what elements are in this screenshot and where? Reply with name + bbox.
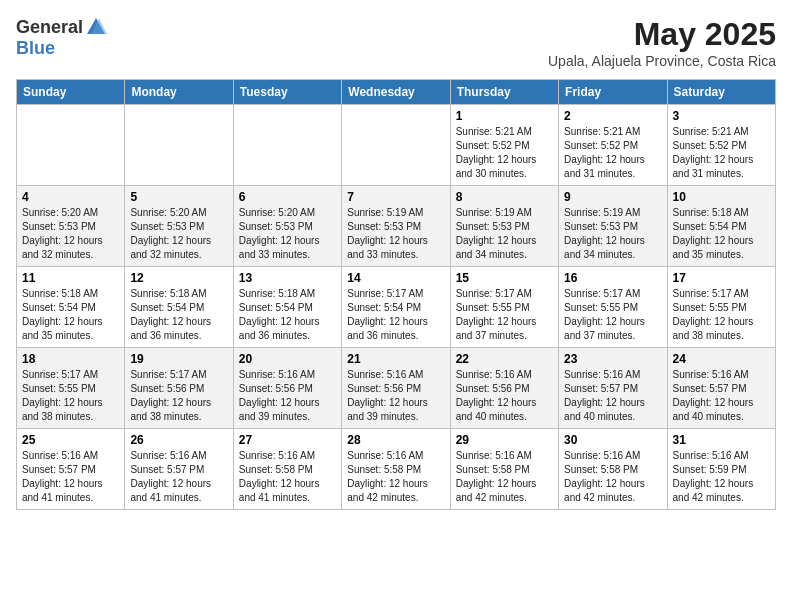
calendar-cell (17, 105, 125, 186)
day-number: 23 (564, 352, 661, 366)
day-info: Sunrise: 5:16 AM Sunset: 5:58 PM Dayligh… (239, 449, 336, 505)
day-info: Sunrise: 5:17 AM Sunset: 5:55 PM Dayligh… (673, 287, 770, 343)
day-info: Sunrise: 5:21 AM Sunset: 5:52 PM Dayligh… (564, 125, 661, 181)
calendar-cell: 4Sunrise: 5:20 AM Sunset: 5:53 PM Daylig… (17, 186, 125, 267)
day-info: Sunrise: 5:16 AM Sunset: 5:58 PM Dayligh… (456, 449, 553, 505)
calendar-cell: 23Sunrise: 5:16 AM Sunset: 5:57 PM Dayli… (559, 348, 667, 429)
day-header-wednesday: Wednesday (342, 80, 450, 105)
calendar-cell: 31Sunrise: 5:16 AM Sunset: 5:59 PM Dayli… (667, 429, 775, 510)
day-info: Sunrise: 5:21 AM Sunset: 5:52 PM Dayligh… (673, 125, 770, 181)
calendar-cell: 8Sunrise: 5:19 AM Sunset: 5:53 PM Daylig… (450, 186, 558, 267)
day-info: Sunrise: 5:20 AM Sunset: 5:53 PM Dayligh… (130, 206, 227, 262)
day-number: 7 (347, 190, 444, 204)
calendar-cell: 30Sunrise: 5:16 AM Sunset: 5:58 PM Dayli… (559, 429, 667, 510)
calendar-cell: 16Sunrise: 5:17 AM Sunset: 5:55 PM Dayli… (559, 267, 667, 348)
calendar-cell: 7Sunrise: 5:19 AM Sunset: 5:53 PM Daylig… (342, 186, 450, 267)
day-number: 28 (347, 433, 444, 447)
day-number: 11 (22, 271, 119, 285)
calendar-body: 1Sunrise: 5:21 AM Sunset: 5:52 PM Daylig… (17, 105, 776, 510)
day-info: Sunrise: 5:18 AM Sunset: 5:54 PM Dayligh… (130, 287, 227, 343)
calendar-cell (233, 105, 341, 186)
logo: General Blue (16, 16, 107, 59)
calendar-week-row: 25Sunrise: 5:16 AM Sunset: 5:57 PM Dayli… (17, 429, 776, 510)
day-info: Sunrise: 5:16 AM Sunset: 5:58 PM Dayligh… (564, 449, 661, 505)
calendar-cell: 6Sunrise: 5:20 AM Sunset: 5:53 PM Daylig… (233, 186, 341, 267)
calendar-cell (125, 105, 233, 186)
calendar-cell: 13Sunrise: 5:18 AM Sunset: 5:54 PM Dayli… (233, 267, 341, 348)
calendar-table: SundayMondayTuesdayWednesdayThursdayFrid… (16, 79, 776, 510)
day-info: Sunrise: 5:18 AM Sunset: 5:54 PM Dayligh… (673, 206, 770, 262)
calendar-cell: 15Sunrise: 5:17 AM Sunset: 5:55 PM Dayli… (450, 267, 558, 348)
calendar-cell: 1Sunrise: 5:21 AM Sunset: 5:52 PM Daylig… (450, 105, 558, 186)
logo-icon (85, 16, 107, 38)
calendar-cell: 10Sunrise: 5:18 AM Sunset: 5:54 PM Dayli… (667, 186, 775, 267)
day-header-sunday: Sunday (17, 80, 125, 105)
calendar-cell: 26Sunrise: 5:16 AM Sunset: 5:57 PM Dayli… (125, 429, 233, 510)
day-info: Sunrise: 5:19 AM Sunset: 5:53 PM Dayligh… (564, 206, 661, 262)
day-info: Sunrise: 5:16 AM Sunset: 5:57 PM Dayligh… (564, 368, 661, 424)
calendar-cell: 21Sunrise: 5:16 AM Sunset: 5:56 PM Dayli… (342, 348, 450, 429)
day-number: 27 (239, 433, 336, 447)
calendar-cell: 11Sunrise: 5:18 AM Sunset: 5:54 PM Dayli… (17, 267, 125, 348)
logo-general: General (16, 17, 83, 38)
day-number: 29 (456, 433, 553, 447)
calendar-cell: 19Sunrise: 5:17 AM Sunset: 5:56 PM Dayli… (125, 348, 233, 429)
calendar-cell: 25Sunrise: 5:16 AM Sunset: 5:57 PM Dayli… (17, 429, 125, 510)
calendar-week-row: 18Sunrise: 5:17 AM Sunset: 5:55 PM Dayli… (17, 348, 776, 429)
calendar-week-row: 1Sunrise: 5:21 AM Sunset: 5:52 PM Daylig… (17, 105, 776, 186)
day-number: 12 (130, 271, 227, 285)
day-number: 6 (239, 190, 336, 204)
day-info: Sunrise: 5:16 AM Sunset: 5:57 PM Dayligh… (22, 449, 119, 505)
day-info: Sunrise: 5:17 AM Sunset: 5:54 PM Dayligh… (347, 287, 444, 343)
day-info: Sunrise: 5:19 AM Sunset: 5:53 PM Dayligh… (456, 206, 553, 262)
day-header-saturday: Saturday (667, 80, 775, 105)
day-number: 5 (130, 190, 227, 204)
day-number: 9 (564, 190, 661, 204)
day-info: Sunrise: 5:17 AM Sunset: 5:55 PM Dayligh… (564, 287, 661, 343)
day-info: Sunrise: 5:19 AM Sunset: 5:53 PM Dayligh… (347, 206, 444, 262)
day-info: Sunrise: 5:16 AM Sunset: 5:56 PM Dayligh… (456, 368, 553, 424)
day-info: Sunrise: 5:18 AM Sunset: 5:54 PM Dayligh… (239, 287, 336, 343)
calendar-cell (342, 105, 450, 186)
day-info: Sunrise: 5:21 AM Sunset: 5:52 PM Dayligh… (456, 125, 553, 181)
day-number: 8 (456, 190, 553, 204)
day-number: 10 (673, 190, 770, 204)
calendar-cell: 14Sunrise: 5:17 AM Sunset: 5:54 PM Dayli… (342, 267, 450, 348)
calendar-week-row: 11Sunrise: 5:18 AM Sunset: 5:54 PM Dayli… (17, 267, 776, 348)
calendar-week-row: 4Sunrise: 5:20 AM Sunset: 5:53 PM Daylig… (17, 186, 776, 267)
calendar-cell: 5Sunrise: 5:20 AM Sunset: 5:53 PM Daylig… (125, 186, 233, 267)
day-info: Sunrise: 5:16 AM Sunset: 5:57 PM Dayligh… (673, 368, 770, 424)
header: General Blue May 2025 Upala, Alajuela Pr… (16, 16, 776, 69)
month-title: May 2025 (548, 16, 776, 53)
day-number: 4 (22, 190, 119, 204)
day-number: 2 (564, 109, 661, 123)
day-info: Sunrise: 5:20 AM Sunset: 5:53 PM Dayligh… (22, 206, 119, 262)
day-info: Sunrise: 5:20 AM Sunset: 5:53 PM Dayligh… (239, 206, 336, 262)
day-number: 26 (130, 433, 227, 447)
day-number: 13 (239, 271, 336, 285)
calendar-cell: 29Sunrise: 5:16 AM Sunset: 5:58 PM Dayli… (450, 429, 558, 510)
day-number: 24 (673, 352, 770, 366)
logo-blue: Blue (16, 38, 55, 58)
day-header-monday: Monday (125, 80, 233, 105)
day-number: 21 (347, 352, 444, 366)
calendar-cell: 3Sunrise: 5:21 AM Sunset: 5:52 PM Daylig… (667, 105, 775, 186)
day-number: 3 (673, 109, 770, 123)
calendar-cell: 20Sunrise: 5:16 AM Sunset: 5:56 PM Dayli… (233, 348, 341, 429)
day-header-tuesday: Tuesday (233, 80, 341, 105)
location-title: Upala, Alajuela Province, Costa Rica (548, 53, 776, 69)
day-number: 1 (456, 109, 553, 123)
day-number: 18 (22, 352, 119, 366)
day-number: 17 (673, 271, 770, 285)
day-number: 15 (456, 271, 553, 285)
day-header-friday: Friday (559, 80, 667, 105)
day-number: 19 (130, 352, 227, 366)
day-info: Sunrise: 5:18 AM Sunset: 5:54 PM Dayligh… (22, 287, 119, 343)
calendar-header-row: SundayMondayTuesdayWednesdayThursdayFrid… (17, 80, 776, 105)
calendar-cell: 28Sunrise: 5:16 AM Sunset: 5:58 PM Dayli… (342, 429, 450, 510)
title-area: May 2025 Upala, Alajuela Province, Costa… (548, 16, 776, 69)
day-number: 30 (564, 433, 661, 447)
calendar-cell: 18Sunrise: 5:17 AM Sunset: 5:55 PM Dayli… (17, 348, 125, 429)
day-number: 25 (22, 433, 119, 447)
day-info: Sunrise: 5:17 AM Sunset: 5:56 PM Dayligh… (130, 368, 227, 424)
